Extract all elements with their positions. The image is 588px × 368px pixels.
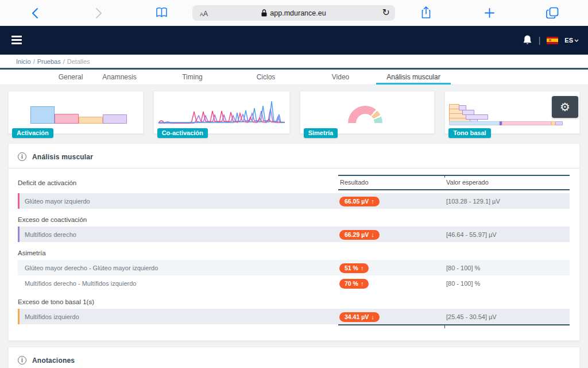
results-table: Deficit de activaciónResultadoValor espe… — [9, 168, 579, 340]
result-cell: 51 % ↑ — [338, 262, 444, 273]
chevron-down-icon — [574, 39, 579, 42]
result-cell: 70 % ↑ — [338, 278, 444, 289]
result-badge: 34.41 µV ↓ — [339, 312, 380, 322]
arrow-up-icon: ↑ — [361, 264, 364, 271]
muscle-label: Glúteo mayor derecho - Glúteo mayor izqu… — [20, 264, 338, 271]
tab-anamnesis[interactable]: Anamnesis — [92, 70, 147, 85]
muscle-label: Multífidos derecho - Multífidos izquierd… — [20, 280, 338, 287]
breadcrumb-detalles: Detalles — [67, 58, 90, 65]
table-bottom-border — [18, 324, 570, 325]
tab-ciclos[interactable]: Ciclos — [238, 70, 293, 85]
result-row-gluteo-mayor-derecho-gluteo-mayor-izquierdo: Glúteo mayor derecho - Glúteo mayor izqu… — [18, 260, 570, 275]
table-section-row: Exceso de tono basal 1(s) — [18, 298, 570, 305]
table-section-row: Asimetría — [18, 250, 570, 256]
table-column-headers: ResultadoValor esperado — [338, 175, 570, 190]
activation-bar-chart — [30, 106, 127, 124]
column-header-valor-esperado: Valor esperado — [444, 179, 570, 186]
url-text: app.mdurance.eu — [261, 9, 326, 17]
result-badge: 66.29 µV ↓ — [339, 230, 380, 240]
section-title: Exceso de coactivación — [18, 216, 570, 223]
tabs-overview-icon[interactable] — [546, 7, 559, 19]
nav-separator: | — [539, 36, 541, 45]
thumbnail-label: Co-activación — [157, 128, 208, 138]
app-navbar: | ES — [0, 26, 588, 55]
result-badge: 51 % ↑ — [339, 263, 369, 273]
active-tab-indicator — [376, 83, 451, 85]
language-selector[interactable]: ES — [564, 37, 579, 44]
thumbnail-coactivacion[interactable]: Co-activación — [153, 91, 290, 134]
column-header-resultado: Resultado — [338, 179, 444, 186]
annotations-card: i Anotaciones — [8, 347, 580, 368]
tab-timing[interactable]: Timing — [165, 70, 220, 85]
result-cell: 34.41 µV ↓ — [338, 311, 444, 322]
browser-forward-button[interactable] — [95, 7, 102, 19]
muscle-label: Multífidos izquierdo — [20, 313, 338, 320]
section-tabs: GeneralAnamnesisTimingCiclosVideoAnálisi… — [0, 70, 588, 85]
result-row-multifidos-derecho-multifidos-izquierdo: Multífidos derecho - Multífidos izquierd… — [18, 275, 570, 291]
breadcrumb-pruebas[interactable]: Pruebas — [37, 58, 61, 65]
table-section-row: Exceso de coactivación — [18, 216, 570, 223]
result-badge: 70 % ↑ — [339, 279, 369, 289]
thumbnail-simetria[interactable]: Simetría — [300, 91, 435, 134]
bookmarks-icon[interactable] — [156, 7, 168, 18]
chart-thumbnails: Activación Co-activación Simetría — [8, 91, 580, 134]
thumbnail-label: Activación — [12, 128, 53, 138]
expected-value: [46.64 - 55.97] µV — [444, 231, 570, 238]
annotations-card-title: Anotaciones — [32, 356, 75, 365]
spain-flag-icon — [547, 37, 558, 44]
result-cell: 66.05 µV ↑ — [338, 195, 444, 206]
lock-icon — [261, 9, 267, 17]
result-row-multifidos-derecho: Multífidos derecho66.29 µV ↓[46.64 - 55.… — [18, 227, 570, 242]
tab-video[interactable]: Video — [313, 70, 368, 85]
info-icon: i — [18, 152, 26, 161]
main-content: Activación Co-activación Simetría — [0, 85, 588, 368]
new-tab-icon[interactable] — [485, 8, 494, 18]
table-section-row: Deficit de activaciónResultadoValor espe… — [18, 175, 570, 190]
reload-button[interactable]: ↻ — [382, 7, 390, 18]
section-title: Deficit de activación — [18, 175, 338, 190]
breadcrumb: Inicio / Pruebas / Detalles — [0, 55, 588, 68]
browser-back-button[interactable] — [32, 7, 38, 19]
tab-general[interactable]: General — [43, 70, 98, 85]
expected-value: [80 - 100] % — [444, 280, 570, 287]
basal-tone-stacked-bar — [449, 121, 577, 125]
info-icon: i — [18, 356, 26, 365]
share-icon[interactable] — [421, 6, 431, 20]
muscle-label: Multífidos derecho — [20, 231, 338, 238]
reader-mode-button[interactable]: AAAA — [200, 8, 208, 18]
arrow-down-icon: ↓ — [371, 313, 374, 320]
notifications-bell-icon[interactable] — [523, 34, 532, 46]
settings-gear-button[interactable]: ⚙ — [552, 96, 578, 118]
breadcrumb-inicio[interactable]: Inicio — [16, 58, 31, 65]
arrow-up-icon: ↑ — [361, 280, 364, 287]
result-cell: 66.29 µV ↓ — [338, 229, 444, 240]
section-title: Exceso de tono basal 1(s) — [18, 298, 570, 305]
thumbnail-label: Tono basal — [448, 128, 490, 138]
menu-icon[interactable] — [11, 36, 22, 44]
expected-value: [25.45 - 30.54] µV — [444, 313, 570, 320]
browser-toolbar: AAAA app.mdurance.eu ↻ — [0, 0, 588, 26]
arrow-down-icon: ↓ — [371, 231, 374, 238]
expected-value: [103.28 - 129.1] µV — [444, 198, 570, 205]
result-row-multifidos-izquierdo: Multífidos izquierdo34.41 µV ↓[25.45 - 3… — [18, 309, 570, 324]
section-title: Asimetría — [18, 250, 570, 256]
address-bar[interactable]: AAAA app.mdurance.eu ↻ — [192, 5, 395, 21]
safari-window: AAAA app.mdurance.eu ↻ | — [0, 0, 588, 368]
thumbnail-label: Simetría — [304, 128, 338, 138]
symmetry-gauge-chart — [348, 106, 382, 124]
expected-value: [80 - 100] % — [444, 264, 570, 271]
analysis-card: i Análisis muscular Deficit de activació… — [8, 143, 580, 341]
analysis-card-title: Análisis muscular — [32, 153, 93, 161]
arrow-up-icon: ↑ — [371, 198, 374, 205]
thumbnail-activacion[interactable]: Activación — [8, 91, 144, 134]
result-row-gluteo-mayor-izquierdo: Glúteo mayor izquierdo66.05 µV ↑[103.28 … — [18, 193, 570, 209]
muscle-label: Glúteo mayor izquierdo — [20, 198, 338, 205]
result-badge: 66.05 µV ↑ — [339, 197, 380, 206]
thumbnail-tono-basal[interactable]: ⚙ Tono basal — [444, 91, 580, 134]
